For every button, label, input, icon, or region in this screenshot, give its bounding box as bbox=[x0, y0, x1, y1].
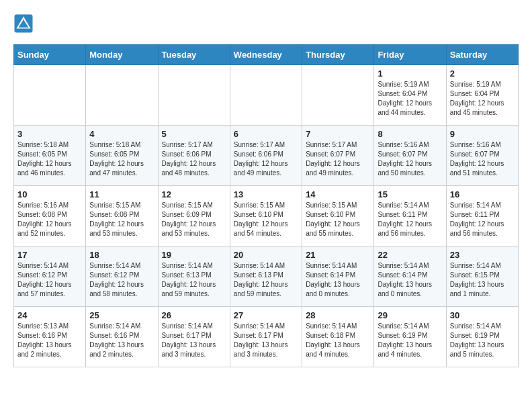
day-info: Sunrise: 5:14 AM Sunset: 6:11 PM Dayligh… bbox=[378, 201, 442, 238]
day-info: Sunrise: 5:19 AM Sunset: 6:04 PM Dayligh… bbox=[378, 80, 442, 118]
header-wednesday: Wednesday bbox=[230, 45, 302, 65]
calendar: SundayMondayTuesdayWednesdayThursdayFrid… bbox=[13, 44, 519, 367]
day-number: 1 bbox=[378, 68, 442, 79]
header-sunday: Sunday bbox=[14, 45, 86, 65]
logo bbox=[13, 13, 36, 34]
calendar-cell: 22Sunrise: 5:14 AM Sunset: 6:14 PM Dayli… bbox=[374, 246, 446, 307]
calendar-cell: 8Sunrise: 5:16 AM Sunset: 6:07 PM Daylig… bbox=[374, 126, 446, 186]
logo-icon bbox=[13, 13, 34, 34]
day-info: Sunrise: 5:13 AM Sunset: 6:16 PM Dayligh… bbox=[17, 322, 82, 359]
calendar-cell bbox=[302, 65, 374, 126]
day-number: 28 bbox=[306, 310, 370, 320]
day-number: 11 bbox=[89, 189, 154, 199]
day-info: Sunrise: 5:14 AM Sunset: 6:14 PM Dayligh… bbox=[378, 261, 442, 299]
day-info: Sunrise: 5:14 AM Sunset: 6:14 PM Dayligh… bbox=[306, 261, 370, 299]
day-info: Sunrise: 5:15 AM Sunset: 6:10 PM Dayligh… bbox=[306, 201, 370, 238]
calendar-cell: 30Sunrise: 5:14 AM Sunset: 6:19 PM Dayli… bbox=[446, 307, 518, 367]
day-info: Sunrise: 5:16 AM Sunset: 6:08 PM Dayligh… bbox=[17, 201, 82, 238]
calendar-cell: 20Sunrise: 5:14 AM Sunset: 6:13 PM Dayli… bbox=[230, 246, 302, 307]
calendar-cell: 15Sunrise: 5:14 AM Sunset: 6:11 PM Dayli… bbox=[374, 186, 446, 246]
day-number: 16 bbox=[450, 189, 515, 199]
calendar-cell bbox=[158, 65, 230, 126]
calendar-cell bbox=[230, 65, 302, 126]
calendar-cell: 24Sunrise: 5:13 AM Sunset: 6:16 PM Dayli… bbox=[14, 307, 86, 367]
day-info: Sunrise: 5:15 AM Sunset: 6:08 PM Dayligh… bbox=[89, 201, 154, 238]
day-number: 27 bbox=[234, 310, 298, 320]
calendar-cell: 27Sunrise: 5:14 AM Sunset: 6:17 PM Dayli… bbox=[230, 307, 302, 367]
day-number: 18 bbox=[89, 250, 154, 260]
header-thursday: Thursday bbox=[302, 45, 374, 65]
day-number: 9 bbox=[450, 129, 515, 139]
week-row-3: 17Sunrise: 5:14 AM Sunset: 6:12 PM Dayli… bbox=[14, 246, 519, 307]
calendar-cell: 17Sunrise: 5:14 AM Sunset: 6:12 PM Dayli… bbox=[14, 246, 86, 307]
calendar-cell: 12Sunrise: 5:15 AM Sunset: 6:09 PM Dayli… bbox=[158, 186, 230, 246]
day-number: 19 bbox=[162, 250, 226, 260]
day-info: Sunrise: 5:18 AM Sunset: 6:05 PM Dayligh… bbox=[89, 140, 154, 178]
day-info: Sunrise: 5:14 AM Sunset: 6:15 PM Dayligh… bbox=[450, 261, 515, 299]
day-info: Sunrise: 5:17 AM Sunset: 6:07 PM Dayligh… bbox=[306, 140, 370, 178]
day-number: 25 bbox=[89, 310, 154, 320]
calendar-cell: 23Sunrise: 5:14 AM Sunset: 6:15 PM Dayli… bbox=[446, 246, 518, 307]
calendar-cell: 6Sunrise: 5:17 AM Sunset: 6:06 PM Daylig… bbox=[230, 126, 302, 186]
calendar-cell: 9Sunrise: 5:16 AM Sunset: 6:07 PM Daylig… bbox=[446, 126, 518, 186]
day-info: Sunrise: 5:14 AM Sunset: 6:13 PM Dayligh… bbox=[162, 261, 226, 299]
day-info: Sunrise: 5:18 AM Sunset: 6:05 PM Dayligh… bbox=[17, 140, 82, 178]
day-info: Sunrise: 5:14 AM Sunset: 6:11 PM Dayligh… bbox=[450, 201, 515, 238]
day-number: 23 bbox=[450, 250, 515, 260]
calendar-cell: 3Sunrise: 5:18 AM Sunset: 6:05 PM Daylig… bbox=[14, 126, 86, 186]
calendar-cell: 26Sunrise: 5:14 AM Sunset: 6:17 PM Dayli… bbox=[158, 307, 230, 367]
day-info: Sunrise: 5:17 AM Sunset: 6:06 PM Dayligh… bbox=[162, 140, 226, 178]
day-info: Sunrise: 5:14 AM Sunset: 6:17 PM Dayligh… bbox=[234, 322, 298, 359]
calendar-cell: 16Sunrise: 5:14 AM Sunset: 6:11 PM Dayli… bbox=[446, 186, 518, 246]
calendar-cell: 21Sunrise: 5:14 AM Sunset: 6:14 PM Dayli… bbox=[302, 246, 374, 307]
day-info: Sunrise: 5:15 AM Sunset: 6:09 PM Dayligh… bbox=[162, 201, 226, 238]
calendar-cell: 14Sunrise: 5:15 AM Sunset: 6:10 PM Dayli… bbox=[302, 186, 374, 246]
day-info: Sunrise: 5:14 AM Sunset: 6:16 PM Dayligh… bbox=[89, 322, 154, 359]
calendar-cell: 29Sunrise: 5:14 AM Sunset: 6:19 PM Dayli… bbox=[374, 307, 446, 367]
day-number: 10 bbox=[17, 189, 82, 199]
day-number: 2 bbox=[450, 68, 515, 79]
calendar-cell: 7Sunrise: 5:17 AM Sunset: 6:07 PM Daylig… bbox=[302, 126, 374, 186]
day-number: 22 bbox=[378, 250, 442, 260]
calendar-cell: 2Sunrise: 5:19 AM Sunset: 6:04 PM Daylig… bbox=[446, 65, 518, 126]
day-number: 5 bbox=[162, 129, 226, 139]
week-row-0: 1Sunrise: 5:19 AM Sunset: 6:04 PM Daylig… bbox=[14, 65, 519, 126]
day-number: 26 bbox=[162, 310, 226, 320]
header-saturday: Saturday bbox=[446, 45, 518, 65]
header bbox=[13, 13, 519, 34]
day-info: Sunrise: 5:16 AM Sunset: 6:07 PM Dayligh… bbox=[450, 140, 515, 178]
calendar-cell bbox=[86, 65, 158, 126]
week-row-4: 24Sunrise: 5:13 AM Sunset: 6:16 PM Dayli… bbox=[14, 307, 519, 367]
calendar-cell bbox=[14, 65, 86, 126]
day-number: 21 bbox=[306, 250, 370, 260]
day-info: Sunrise: 5:15 AM Sunset: 6:10 PM Dayligh… bbox=[234, 201, 298, 238]
calendar-cell: 25Sunrise: 5:14 AM Sunset: 6:16 PM Dayli… bbox=[86, 307, 158, 367]
day-number: 13 bbox=[234, 189, 298, 199]
calendar-cell: 5Sunrise: 5:17 AM Sunset: 6:06 PM Daylig… bbox=[158, 126, 230, 186]
day-number: 29 bbox=[378, 310, 442, 320]
calendar-header-row: SundayMondayTuesdayWednesdayThursdayFrid… bbox=[14, 45, 519, 65]
day-number: 14 bbox=[306, 189, 370, 199]
week-row-2: 10Sunrise: 5:16 AM Sunset: 6:08 PM Dayli… bbox=[14, 186, 519, 246]
day-number: 6 bbox=[234, 129, 298, 139]
header-friday: Friday bbox=[374, 45, 446, 65]
day-info: Sunrise: 5:14 AM Sunset: 6:17 PM Dayligh… bbox=[162, 322, 226, 359]
day-number: 24 bbox=[17, 310, 82, 320]
header-monday: Monday bbox=[86, 45, 158, 65]
day-number: 20 bbox=[234, 250, 298, 260]
calendar-cell: 28Sunrise: 5:14 AM Sunset: 6:18 PM Dayli… bbox=[302, 307, 374, 367]
day-info: Sunrise: 5:14 AM Sunset: 6:13 PM Dayligh… bbox=[234, 261, 298, 299]
day-info: Sunrise: 5:19 AM Sunset: 6:04 PM Dayligh… bbox=[450, 80, 515, 118]
calendar-cell: 4Sunrise: 5:18 AM Sunset: 6:05 PM Daylig… bbox=[86, 126, 158, 186]
calendar-cell: 10Sunrise: 5:16 AM Sunset: 6:08 PM Dayli… bbox=[14, 186, 86, 246]
day-info: Sunrise: 5:14 AM Sunset: 6:19 PM Dayligh… bbox=[378, 322, 442, 359]
calendar-cell: 18Sunrise: 5:14 AM Sunset: 6:12 PM Dayli… bbox=[86, 246, 158, 307]
calendar-cell: 19Sunrise: 5:14 AM Sunset: 6:13 PM Dayli… bbox=[158, 246, 230, 307]
day-number: 7 bbox=[306, 129, 370, 139]
day-info: Sunrise: 5:14 AM Sunset: 6:12 PM Dayligh… bbox=[89, 261, 154, 299]
calendar-cell: 13Sunrise: 5:15 AM Sunset: 6:10 PM Dayli… bbox=[230, 186, 302, 246]
day-info: Sunrise: 5:14 AM Sunset: 6:18 PM Dayligh… bbox=[306, 322, 370, 359]
day-number: 15 bbox=[378, 189, 442, 199]
calendar-cell: 11Sunrise: 5:15 AM Sunset: 6:08 PM Dayli… bbox=[86, 186, 158, 246]
day-info: Sunrise: 5:14 AM Sunset: 6:12 PM Dayligh… bbox=[17, 261, 82, 299]
